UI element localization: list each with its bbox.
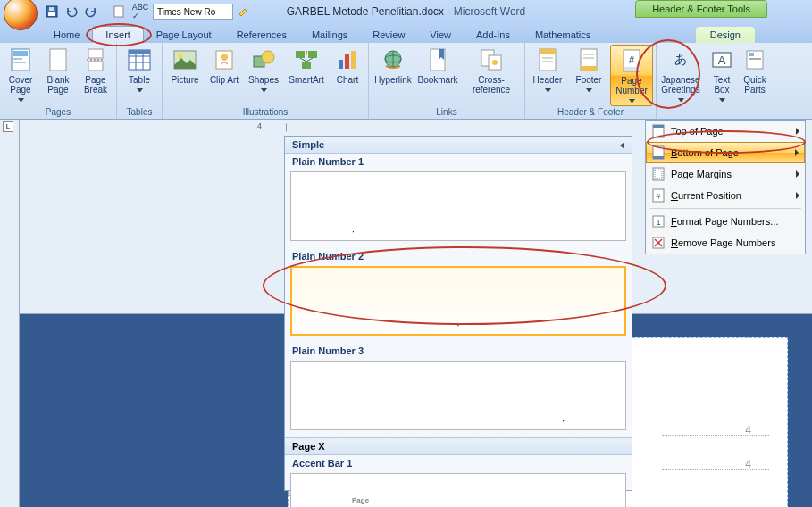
ruler-corner: L [3, 121, 13, 132]
svg-text:#: # [656, 192, 660, 201]
separator [105, 4, 105, 20]
submenu-current-label: Current Position [671, 190, 741, 201]
quickparts-button[interactable]: Quick Parts [741, 45, 768, 116]
header-label: Header [533, 75, 563, 85]
svg-rect-5 [13, 51, 28, 56]
svg-rect-10 [88, 62, 103, 71]
redo-icon[interactable] [82, 3, 100, 21]
tab-design[interactable]: Design [696, 27, 755, 43]
svg-rect-55 [653, 156, 664, 159]
blank-page-label: Blank Page [41, 75, 75, 95]
crossref-label: Cross-reference [462, 75, 521, 95]
tab-home[interactable]: Home [41, 27, 92, 43]
top-of-page-icon [651, 124, 666, 138]
page-number-button[interactable]: # Page Number [610, 45, 653, 106]
page-number-label: Page Number [612, 76, 651, 96]
svg-rect-37 [540, 49, 556, 54]
submenu-margins-label: Page Margins [671, 169, 732, 179]
format-numbers-icon: 1 [651, 214, 666, 229]
hyperlink-button[interactable]: Hyperlink [372, 45, 414, 106]
clipart-label: Clip Art [210, 75, 239, 85]
svg-rect-24 [296, 51, 305, 58]
crossref-button[interactable]: Cross-reference [461, 45, 522, 106]
separator [649, 208, 801, 209]
tab-insert[interactable]: Insert [92, 26, 144, 43]
shapes-button[interactable]: Shapes [244, 45, 283, 106]
shapes-label: Shapes [248, 75, 279, 85]
chart-button[interactable]: Chart [330, 45, 365, 106]
cover-page-label: Cover Page [4, 75, 38, 95]
cover-page-button[interactable]: Cover Page [3, 45, 38, 106]
page-break-icon [82, 46, 109, 73]
header-button[interactable]: Header [528, 45, 567, 106]
clipart-icon [211, 46, 238, 73]
page-number-submenu: Top of Page Bottom of Page Page Margins … [645, 120, 806, 254]
spellcheck-icon[interactable]: ABC✓ [130, 3, 151, 21]
quickparts-icon [741, 46, 768, 73]
svg-rect-6 [13, 58, 22, 60]
textbox-icon: A [708, 46, 735, 73]
page-break-label: Page Break [79, 75, 113, 95]
undo-icon[interactable] [63, 3, 80, 21]
submenu-page-margins[interactable]: Page Margins [646, 163, 805, 185]
tab-view[interactable]: View [417, 27, 464, 43]
tab-page-layout[interactable]: Page Layout [144, 27, 224, 43]
headerfooter-group-label: Header & Footer [528, 106, 653, 119]
tab-review[interactable]: Review [360, 27, 417, 43]
chevron-right-icon [796, 170, 799, 178]
bookmark-button[interactable]: Bookmark [416, 45, 459, 106]
smartart-button[interactable]: SmartArt [285, 45, 328, 106]
svg-point-19 [178, 54, 183, 59]
svg-rect-3 [114, 6, 123, 17]
gallery-item-accent[interactable]: Page [290, 473, 626, 507]
submenu-format-numbers[interactable]: 1 Format Page Numbers... [646, 211, 805, 232]
submenu-bottom-of-page[interactable]: Bottom of Page [646, 142, 805, 163]
picture-button[interactable]: Picture [165, 45, 205, 106]
footer-button[interactable]: Footer [569, 45, 608, 106]
highlight-icon[interactable] [235, 3, 253, 21]
smartart-label: SmartArt [289, 75, 323, 85]
submenu-current-position[interactable]: # Current Position [646, 185, 805, 206]
font-selector[interactable]: Times New Ro [153, 4, 233, 20]
table-button[interactable]: Table [120, 45, 159, 106]
svg-rect-17 [129, 50, 150, 54]
hyperlink-icon [380, 46, 406, 73]
tables-group-label: Tables [120, 106, 159, 119]
bottom-of-page-icon [651, 145, 666, 160]
gallery-item-2[interactable]: · [290, 266, 626, 336]
japanese-greetings-button[interactable]: あ Japanese Greetings [659, 45, 702, 116]
submenu-bottom-label: Bottom of Page [671, 147, 739, 158]
gallery-item-3-title: Plain Number 3 [285, 343, 632, 359]
save-icon[interactable] [43, 3, 61, 21]
new-doc-icon[interactable] [110, 3, 128, 21]
tab-mathematics[interactable]: Mathematics [523, 27, 603, 43]
gallery-item-3[interactable]: · [290, 361, 626, 430]
svg-rect-26 [302, 62, 311, 69]
svg-rect-45 [624, 67, 640, 71]
svg-text:A: A [718, 54, 726, 67]
tab-addins[interactable]: Add-Ins [464, 27, 523, 43]
illustrations-group-label: Illustrations [165, 106, 365, 119]
clipart-button[interactable]: Clip Art [206, 45, 242, 106]
chart-label: Chart [337, 75, 358, 85]
page-number-gallery: Simple Plain Number 1 · Plain Number 2 ·… [284, 136, 632, 491]
text-group-label [659, 116, 768, 119]
picture-icon [172, 46, 198, 73]
gallery-group-pagex: Page X [285, 437, 632, 455]
textbox-button[interactable]: A Text Box [704, 45, 740, 116]
bookmark-label: Bookmark [417, 75, 457, 85]
gallery-item-1-title: Plain Number 1 [285, 154, 632, 170]
blank-page-button[interactable]: Blank Page [40, 45, 76, 106]
current-position-icon: # [651, 188, 666, 203]
submenu-remove-numbers[interactable]: Remove Page Numbers [646, 232, 805, 254]
links-group-label: Links [372, 106, 522, 119]
footer-label: Footer [576, 75, 602, 85]
page-break-button[interactable]: Page Break [78, 45, 113, 106]
quickparts-label: Quick Parts [742, 75, 767, 95]
tab-references[interactable]: References [224, 27, 299, 43]
svg-rect-27 [339, 60, 343, 69]
gallery-item-1[interactable]: · [290, 171, 626, 241]
tab-mailings[interactable]: Mailings [299, 27, 360, 43]
svg-rect-51 [749, 58, 761, 60]
submenu-top-of-page[interactable]: Top of Page [646, 121, 805, 142]
